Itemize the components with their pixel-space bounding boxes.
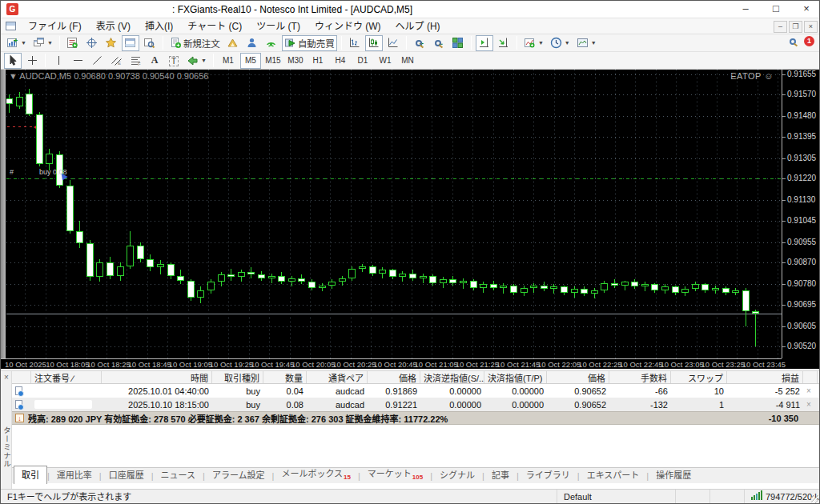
column-header[interactable]: 決済指値(T/P) [484, 371, 547, 383]
price-axis[interactable]: 0.916550.915700.914800.913950.913050.912… [782, 70, 820, 358]
timeframe-m1[interactable]: M1 [218, 53, 239, 69]
column-header[interactable] [803, 371, 818, 383]
minimize-icon[interactable]: – [731, 1, 760, 18]
autotrading-button[interactable]: 自動売買 [282, 35, 337, 51]
cursor-button[interactable] [4, 53, 22, 69]
periods-button[interactable]: ▼ [548, 35, 573, 51]
auto-scroll-button[interactable] [495, 35, 512, 51]
metaeditor-button[interactable] [224, 35, 242, 51]
chart-shift-button[interactable] [476, 35, 493, 51]
notification-badge[interactable]: 1 [804, 36, 814, 46]
tab-4[interactable]: アラーム設定 [205, 466, 272, 483]
timeframe-m30[interactable]: M30 [285, 53, 306, 69]
tab-0[interactable]: 取引 [14, 466, 47, 484]
column-header[interactable]: 時間 [102, 371, 212, 383]
tab-5[interactable]: メールボックス15 [274, 465, 358, 483]
tab-9[interactable]: ライブラリ [519, 466, 577, 483]
chart-bars-button[interactable] [346, 35, 364, 51]
timeframe-h1[interactable]: H1 [308, 53, 328, 69]
menu-item-4[interactable]: ツール (T) [249, 21, 308, 32]
terminal-close-icon[interactable]: × [2, 373, 11, 382]
v-gridline [330, 70, 331, 358]
column-header[interactable]: 通貨ペア [307, 371, 368, 383]
zoom-out-button[interactable]: − [430, 35, 448, 51]
timeframe-d1[interactable]: D1 [352, 53, 373, 69]
profit: -4 911 [727, 398, 803, 411]
signals-icon [265, 37, 277, 49]
fibonacci-button[interactable]: F [127, 53, 144, 69]
new-order-button[interactable]: 新規注文 [167, 35, 223, 51]
resize-grip[interactable] [811, 495, 820, 504]
new-chart-button[interactable]: +▼ [4, 35, 29, 51]
menu-item-1[interactable]: 表示 (V) [89, 21, 138, 32]
column-header[interactable]: 取引種別 [212, 371, 263, 383]
tile-windows-button[interactable] [449, 35, 467, 51]
text-label-button[interactable]: T [165, 53, 183, 69]
h-gridline [6, 200, 782, 201]
menu-item-0[interactable]: ファイル (F) [21, 21, 89, 32]
profiles-button[interactable]: ▼ [30, 35, 55, 51]
tab-10[interactable]: エキスパート [580, 466, 647, 483]
chart-line-button[interactable] [384, 35, 402, 51]
child-close-icon[interactable]: × [804, 21, 818, 33]
terminal-side-strip: × ターミナル [1, 371, 12, 489]
shapes-button[interactable]: ▼ [184, 53, 209, 69]
candle [732, 290, 739, 293]
search-icon[interactable] [790, 38, 796, 45]
timeframe-m5[interactable]: M5 [240, 53, 261, 69]
menu-item-6[interactable]: ヘルプ (H) [388, 21, 448, 32]
menu-item-5[interactable]: ウィンドウ (W) [308, 21, 388, 32]
tab-1[interactable]: 運用比率 [50, 466, 99, 483]
tab-3[interactable]: ニュース [154, 466, 203, 483]
candle [238, 272, 245, 277]
column-header[interactable]: 決済逆指値(S/... [420, 371, 484, 383]
close-order-icon[interactable]: × [806, 386, 811, 395]
menu-item-3[interactable]: チャート (C) [180, 21, 249, 32]
community-button[interactable] [243, 35, 261, 51]
market-watch-button[interactable] [64, 35, 82, 51]
strategy-tester-button[interactable] [141, 35, 159, 51]
column-header[interactable]: スワップ [671, 371, 727, 383]
text-button[interactable]: A [146, 53, 163, 69]
channel-button[interactable]: E [107, 53, 125, 69]
maximize-icon[interactable]: □ [762, 1, 790, 18]
status-profile[interactable]: Default [557, 490, 676, 504]
navigator-button[interactable] [102, 35, 120, 51]
tab-8[interactable]: 記事 [484, 466, 517, 483]
child-restore-icon[interactable]: ❐ [789, 21, 802, 33]
tab-2[interactable]: 口座履歴 [102, 466, 151, 483]
zoom-in-button[interactable]: + [411, 35, 428, 51]
timeframe-mn[interactable]: MN [397, 53, 418, 69]
column-header[interactable]: 手数料 [609, 371, 671, 383]
close-order-icon[interactable]: × [806, 400, 811, 409]
chart-area[interactable]: ▼ AUDCAD,M5 0.90680 0.90738 0.90540 0.90… [1, 70, 820, 369]
vline-button[interactable] [50, 53, 67, 69]
indicators-button[interactable]: ▼ [521, 35, 546, 51]
terminal-button[interactable] [122, 35, 139, 51]
order-row[interactable]: 2025.10.10 18:15:00buy0.08audcad0.912210… [12, 398, 820, 411]
timeframe-w1[interactable]: W1 [375, 53, 396, 69]
tab-7[interactable]: シグナル [432, 466, 482, 483]
child-minimize-icon[interactable]: – [774, 21, 787, 33]
timeframe-m15[interactable]: M15 [263, 53, 283, 69]
tab-6[interactable]: マーケット105 [360, 465, 430, 483]
timeframe-h4[interactable]: H4 [330, 53, 351, 69]
column-header[interactable]: 価格 [547, 371, 609, 383]
templates-button[interactable]: ▼ [574, 35, 599, 51]
column-header[interactable]: 数量 [263, 371, 307, 383]
hline-button[interactable] [69, 53, 86, 69]
tab-11[interactable]: 操作履歴 [649, 466, 698, 483]
column-header[interactable]: 注文番号 ∕ [31, 371, 102, 383]
chart-plot[interactable]: ▼ AUDCAD,M5 0.90680 0.90738 0.90540 0.90… [6, 70, 782, 358]
signals-button[interactable] [263, 35, 280, 51]
order-row[interactable]: 2025.10.01 04:40:00buy0.04audcad0.918690… [12, 384, 820, 398]
chart-candles-button[interactable] [365, 35, 383, 51]
trendline-button[interactable] [88, 53, 106, 69]
data-window-button[interactable] [83, 35, 101, 51]
column-header[interactable]: 価格 [368, 371, 420, 383]
menu-item-2[interactable]: 挿入(I) [138, 21, 180, 32]
close-icon[interactable]: × [792, 1, 820, 18]
crosshair-button[interactable] [23, 53, 41, 69]
column-header[interactable]: 損益 [727, 371, 803, 383]
candle [389, 270, 396, 277]
